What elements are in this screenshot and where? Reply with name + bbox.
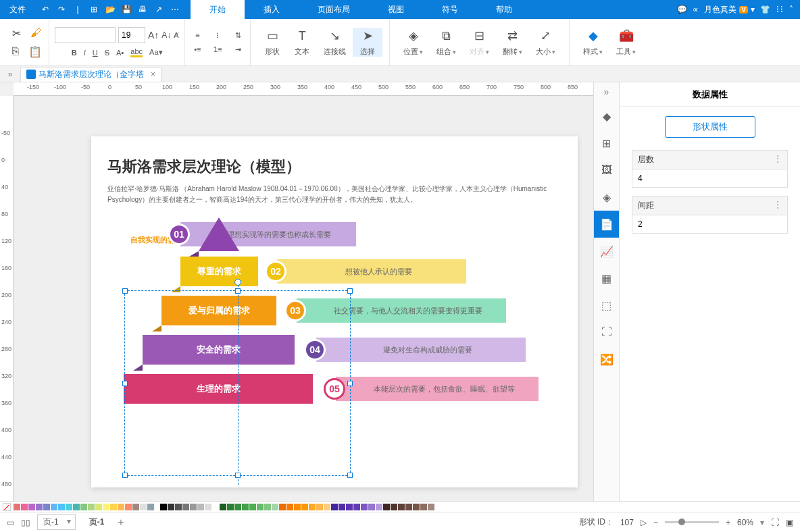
resize-handle-nw[interactable] bbox=[122, 288, 128, 294]
shape-tool[interactable]: ▭形状 bbox=[257, 28, 287, 57]
copy-icon[interactable]: ⎘ bbox=[12, 45, 19, 58]
format-painter-icon[interactable]: 🖌 bbox=[30, 27, 41, 40]
color-palette[interactable]: // generated inline below via JS after d… bbox=[0, 501, 800, 512]
fit-icon[interactable]: ▣ bbox=[786, 518, 793, 527]
font-size-input[interactable] bbox=[118, 27, 145, 43]
color-swatch[interactable] bbox=[331, 504, 338, 510]
zoom-out-icon[interactable]: − bbox=[653, 518, 658, 527]
clear-format-icon[interactable]: A̸ bbox=[174, 31, 179, 40]
color-swatch[interactable] bbox=[428, 504, 434, 510]
page-layout-icon[interactable]: ▭ bbox=[7, 518, 14, 527]
color-swatch[interactable] bbox=[28, 504, 35, 510]
underline-icon[interactable]: U bbox=[93, 49, 98, 57]
paste-icon[interactable]: 📋 bbox=[28, 45, 42, 58]
color-swatch[interactable] bbox=[324, 504, 330, 510]
image-panel-icon[interactable]: 🖼 bbox=[594, 157, 620, 184]
share-icon[interactable]: ∝ bbox=[693, 5, 699, 14]
tab-view[interactable]: 视图 bbox=[369, 0, 423, 19]
fullscreen-icon[interactable]: ⛶ bbox=[771, 518, 779, 527]
tab-help[interactable]: 帮助 bbox=[477, 0, 531, 19]
play-icon[interactable]: ▷ bbox=[641, 518, 647, 527]
close-tab-icon[interactable]: × bbox=[151, 70, 155, 79]
color-swatch[interactable] bbox=[175, 504, 182, 510]
shrink-font-icon[interactable]: A↓ bbox=[161, 30, 171, 40]
page-selector[interactable]: 页-1 bbox=[37, 514, 76, 530]
data-panel-icon[interactable]: 📄 bbox=[594, 211, 620, 238]
tshirt-icon[interactable]: 👕 bbox=[760, 5, 770, 14]
size-button[interactable]: ⤢大小▾ bbox=[529, 28, 562, 57]
color-swatch[interactable] bbox=[190, 504, 197, 510]
file-menu[interactable]: 文件 bbox=[0, 0, 35, 19]
highlight-icon[interactable]: abc bbox=[130, 47, 143, 57]
color-swatch[interactable] bbox=[234, 504, 241, 510]
collapse-panel-icon[interactable]: » bbox=[604, 86, 609, 97]
color-swatch[interactable] bbox=[272, 504, 278, 510]
levels-input[interactable] bbox=[632, 169, 788, 188]
color-swatch[interactable] bbox=[413, 504, 420, 510]
line-spacing-icon[interactable]: ⇅ bbox=[231, 31, 245, 40]
color-swatch[interactable] bbox=[294, 504, 301, 510]
color-swatch[interactable] bbox=[205, 504, 211, 510]
color-swatch[interactable] bbox=[301, 504, 308, 510]
fill-panel-icon[interactable]: ◆ bbox=[594, 103, 620, 130]
resize-handle-se[interactable] bbox=[347, 473, 353, 478]
color-swatch[interactable] bbox=[118, 504, 124, 510]
save-icon[interactable]: 💾 bbox=[119, 2, 134, 17]
table-panel-icon[interactable]: ▦ bbox=[594, 265, 620, 292]
print-icon[interactable]: 🖶 bbox=[135, 2, 150, 17]
color-swatch[interactable] bbox=[132, 504, 139, 510]
spacing-input[interactable] bbox=[632, 215, 788, 234]
color-swatch[interactable] bbox=[21, 504, 28, 510]
color-swatch[interactable] bbox=[43, 504, 50, 510]
color-swatch[interactable] bbox=[361, 504, 368, 510]
pages-icon[interactable]: ▯▯ bbox=[21, 518, 30, 527]
color-swatch[interactable] bbox=[346, 504, 353, 510]
color-swatch[interactable] bbox=[309, 504, 316, 510]
style-button[interactable]: ◆样式▾ bbox=[576, 28, 609, 57]
resize-handle-ne[interactable] bbox=[347, 288, 353, 294]
export-icon[interactable]: ↗ bbox=[151, 2, 166, 17]
color-swatch[interactable] bbox=[110, 504, 117, 510]
color-swatch[interactable] bbox=[420, 504, 427, 510]
text-tool[interactable]: T文本 bbox=[287, 28, 317, 57]
color-swatch[interactable] bbox=[212, 504, 219, 510]
color-swatch[interactable] bbox=[66, 504, 72, 510]
barcode-panel-icon[interactable]: ⬚ bbox=[594, 292, 620, 319]
color-swatch[interactable] bbox=[140, 504, 147, 510]
color-swatch[interactable] bbox=[36, 504, 43, 510]
undo-icon[interactable]: ↶ bbox=[38, 2, 53, 17]
tools-button[interactable]: 🧰工具▾ bbox=[609, 28, 643, 57]
expand-left-panel[interactable]: » bbox=[0, 70, 20, 79]
color-swatch[interactable] bbox=[182, 504, 189, 510]
color-swatch[interactable] bbox=[286, 504, 293, 510]
text-more-icon[interactable]: Aa▾ bbox=[149, 48, 162, 57]
select-tool[interactable]: ➤选择 bbox=[353, 28, 382, 57]
color-swatch[interactable] bbox=[279, 504, 286, 510]
tab-layout[interactable]: 页面布局 bbox=[299, 0, 369, 19]
color-swatch[interactable] bbox=[51, 504, 57, 510]
color-swatch[interactable] bbox=[249, 504, 256, 510]
zoom-value[interactable]: 60% bbox=[737, 518, 753, 527]
color-swatch[interactable] bbox=[160, 504, 167, 510]
color-swatch[interactable] bbox=[264, 504, 271, 510]
color-swatch[interactable] bbox=[368, 504, 375, 510]
color-swatch[interactable] bbox=[383, 504, 390, 510]
color-swatch[interactable] bbox=[95, 504, 102, 510]
tab-insert[interactable]: 插入 bbox=[245, 0, 299, 19]
numbering-icon[interactable]: 1≡ bbox=[211, 45, 224, 53]
color-swatch[interactable] bbox=[242, 504, 249, 510]
font-family-input[interactable] bbox=[55, 27, 116, 43]
zoom-slider[interactable] bbox=[665, 521, 719, 523]
color-swatch[interactable] bbox=[257, 504, 264, 510]
color-swatch[interactable] bbox=[147, 504, 154, 510]
cut-icon[interactable]: ✂ bbox=[12, 27, 21, 40]
color-swatch[interactable] bbox=[197, 504, 204, 510]
pyramid[interactable]: 自我实现的需求 ▸ 01 对理想实现等的需要也称成长需要 bbox=[107, 217, 561, 413]
new-icon[interactable]: ⊞ bbox=[86, 2, 101, 17]
shape-properties-button[interactable]: 形状属性 bbox=[665, 116, 755, 138]
color-swatch[interactable] bbox=[391, 504, 397, 510]
position-button[interactable]: ◈位置▾ bbox=[397, 28, 430, 57]
collapse-ribbon-icon[interactable]: ˄ bbox=[789, 5, 793, 14]
color-swatch[interactable] bbox=[103, 504, 109, 510]
page-tab[interactable]: 页-1 bbox=[82, 515, 111, 529]
